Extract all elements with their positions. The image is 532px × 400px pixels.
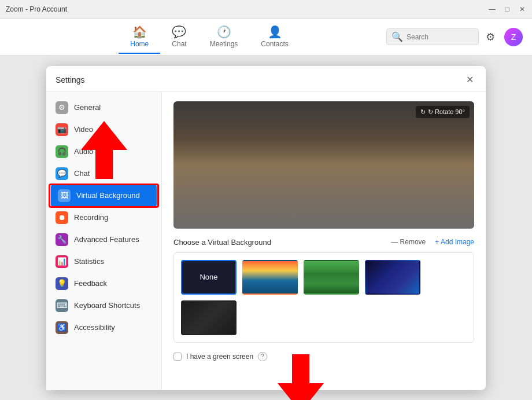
sidebar-label-statistics: Statistics <box>74 257 104 266</box>
advanced-icon: 🔧 <box>56 233 68 246</box>
vbg-none-label: None <box>200 273 217 281</box>
sidebar-label-chat: Chat <box>74 169 90 178</box>
vbg-item-nature[interactable] <box>304 260 359 295</box>
nav-item-chat[interactable]: 💬 Chat <box>160 20 198 54</box>
settings-header: Settings ✕ <box>46 66 486 92</box>
settings-body: ⚙ General 📷 Video 🎧 Audio 💬 Chat 🖼 <box>46 92 486 390</box>
video-preview: ↻ ↻ Rotate 90° <box>173 101 474 229</box>
sidebar-label-audio: Audio <box>74 147 93 156</box>
sidebar-item-accessibility[interactable]: ♿ Accessibility <box>46 317 161 339</box>
green-screen-help-icon[interactable]: ? <box>258 352 267 361</box>
help-question-mark: ? <box>261 353 264 359</box>
main-area: Settings ✕ ⚙ General 📷 Video 🎧 Audio <box>0 56 532 400</box>
settings-gear-icon[interactable]: ⚙ <box>486 31 495 43</box>
sidebar-item-advanced-features[interactable]: 🔧 Advanced Features <box>46 229 161 251</box>
accessibility-icon: ♿ <box>56 321 68 334</box>
nav-label-chat: Chat <box>172 40 186 48</box>
chat-icon: 💬 <box>172 25 186 39</box>
sidebar-item-recording[interactable]: ⏺ Recording <box>46 207 161 229</box>
recording-icon: ⏺ <box>56 211 68 224</box>
nav-item-home[interactable]: 🏠 Home <box>119 20 160 54</box>
settings-close-button[interactable]: ✕ <box>463 73 476 87</box>
settings-title: Settings <box>56 75 85 85</box>
vbg-section-header: Choose a Virtual Background — Remove + A… <box>173 238 474 247</box>
search-input[interactable] <box>407 33 476 41</box>
home-icon: 🏠 <box>132 25 147 39</box>
rotate-label: ↻ Rotate 90° <box>428 108 465 116</box>
vbg-item-bridge[interactable] <box>242 260 298 295</box>
search-box[interactable]: 🔍 <box>386 28 479 45</box>
sidebar-item-feedback[interactable]: 💡 Feedback <box>46 273 161 295</box>
green-screen-row: I have a green screen ? <box>173 352 474 361</box>
settings-window: Settings ✕ ⚙ General 📷 Video 🎧 Audio <box>46 66 486 390</box>
rotate-icon: ↻ <box>420 108 426 116</box>
settings-content: ↻ ↻ Rotate 90° Choose a Virtual Backgrou… <box>162 92 486 390</box>
nav-label-meetings: Meetings <box>210 40 238 48</box>
vbg-item-none[interactable]: None <box>181 260 237 295</box>
keyboard-icon: ⌨ <box>56 299 68 312</box>
sidebar-label-advanced: Advanced Features <box>74 235 139 244</box>
sidebar-item-audio[interactable]: 🎧 Audio <box>46 141 161 163</box>
vbg-remove-button[interactable]: — Remove <box>391 238 426 246</box>
sidebar-label-video: Video <box>74 125 93 134</box>
meetings-icon: 🕐 <box>217 25 231 39</box>
stats-icon: 📊 <box>56 255 68 268</box>
topnav-right: 🔍 ⚙ Z <box>386 28 523 46</box>
contacts-icon: 👤 <box>268 25 282 39</box>
nav-item-meetings[interactable]: 🕐 Meetings <box>198 20 250 54</box>
rotate-button[interactable]: ↻ ↻ Rotate 90° <box>416 106 470 118</box>
topnav: 🏠 Home 💬 Chat 🕐 Meetings 👤 Contacts 🔍 ⚙ … <box>0 19 532 56</box>
settings-sidebar: ⚙ General 📷 Video 🎧 Audio 💬 Chat 🖼 <box>46 92 162 390</box>
chat-side-icon: 💬 <box>56 167 68 180</box>
sidebar-label-accessibility: Accessibility <box>74 323 115 332</box>
sidebar-label-vbg: Virtual Background <box>76 191 140 200</box>
sidebar-label-keyboard: Keyboard Shortcuts <box>74 301 140 310</box>
close-button[interactable]: ✕ <box>517 4 527 14</box>
green-screen-checkbox[interactable] <box>173 353 182 361</box>
titlebar: Zoom - Pro Account — □ ✕ <box>0 0 532 19</box>
vbg-section-title: Choose a Virtual Background <box>173 238 271 247</box>
nav-label-home: Home <box>130 40 149 48</box>
sidebar-item-statistics[interactable]: 📊 Statistics <box>46 251 161 273</box>
sidebar-item-virtual-background[interactable]: 🖼 Virtual Background <box>51 185 157 207</box>
nav-label-contacts: Contacts <box>261 40 288 48</box>
feedback-icon: 💡 <box>56 277 68 290</box>
vbg-icon: 🖼 <box>58 189 71 202</box>
sidebar-label-feedback: Feedback <box>74 279 107 288</box>
green-screen-label: I have a green screen <box>186 353 253 361</box>
minimize-button[interactable]: — <box>487 4 497 14</box>
avatar[interactable]: Z <box>504 28 523 46</box>
vbg-grid: None <box>173 252 474 343</box>
vbg-item-space[interactable] <box>365 260 420 295</box>
vbg-item-dark[interactable] <box>181 300 237 335</box>
sidebar-item-keyboard-shortcuts[interactable]: ⌨ Keyboard Shortcuts <box>46 295 161 317</box>
sidebar-label-recording: Recording <box>74 213 108 222</box>
nav-item-contacts[interactable]: 👤 Contacts <box>249 20 300 54</box>
titlebar-controls: — □ ✕ <box>487 4 527 14</box>
audio-icon: 🎧 <box>56 145 68 158</box>
video-icon: 📷 <box>56 123 68 136</box>
sidebar-item-chat[interactable]: 💬 Chat <box>46 163 161 185</box>
vbg-add-button[interactable]: + Add Image <box>435 238 474 246</box>
maximize-button[interactable]: □ <box>502 4 512 14</box>
general-icon: ⚙ <box>56 101 68 114</box>
sidebar-item-video[interactable]: 📷 Video <box>46 119 161 141</box>
video-face <box>173 101 474 229</box>
sidebar-label-general: General <box>74 103 101 112</box>
search-icon: 🔍 <box>391 31 403 42</box>
topnav-center: 🏠 Home 💬 Chat 🕐 Meetings 👤 Contacts <box>119 20 300 54</box>
titlebar-title: Zoom - Pro Account <box>6 5 67 13</box>
sidebar-item-general[interactable]: ⚙ General <box>46 97 161 119</box>
vbg-actions: — Remove + Add Image <box>391 238 474 246</box>
